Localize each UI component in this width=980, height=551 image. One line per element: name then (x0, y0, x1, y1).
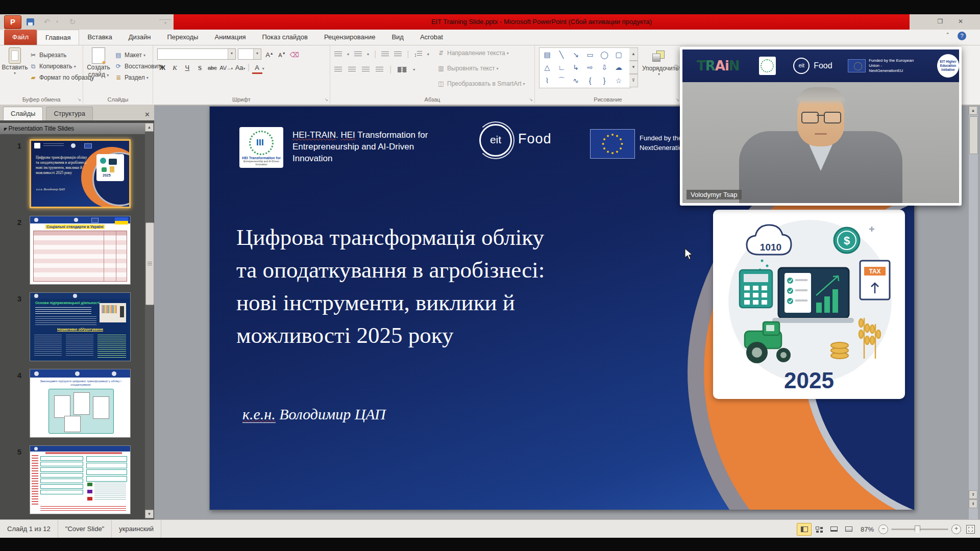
slide-thumbnail-1[interactable]: 2025 Цифрова трансформація обліку та опо… (30, 139, 131, 208)
slideshow-button[interactable] (841, 523, 856, 536)
right-arrow-shape-icon[interactable]: ⇨ (583, 61, 597, 73)
paragraph-dialog-launcher[interactable]: ↘ (529, 97, 533, 102)
clipboard-dialog-launcher[interactable]: ↘ (77, 97, 81, 102)
align-left-icon[interactable] (334, 67, 342, 72)
bullets-icon[interactable] (334, 52, 342, 57)
tab-outline[interactable]: Структура (46, 107, 93, 120)
smartart-button[interactable]: ◫Преобразовать в SmartArt▾ (436, 78, 525, 89)
arc-shape-icon[interactable]: ⌒ (554, 74, 569, 87)
close-window-button[interactable]: ✕ (952, 16, 969, 27)
slide-thumbnail-5[interactable] (30, 445, 131, 514)
help-icon[interactable]: ? (958, 32, 966, 40)
font-size-combo[interactable]: ▾ (238, 48, 261, 60)
tab-home[interactable]: Главная (37, 30, 79, 45)
font-color-button[interactable]: А (252, 64, 262, 74)
change-case-button[interactable]: Aa▾ (235, 63, 246, 73)
bold-button[interactable]: Ж (157, 63, 167, 73)
numbering-icon[interactable] (354, 52, 362, 57)
ribbon-collapse-icon[interactable]: ⌃ (945, 32, 950, 38)
reading-view-button[interactable] (826, 523, 841, 536)
paste-button[interactable]: Вставить▾ (1, 47, 29, 76)
decrease-indent-icon[interactable] (381, 52, 389, 57)
normal-view-button[interactable] (797, 523, 812, 536)
undo-icon[interactable]: ↶ (41, 16, 53, 27)
tab-slideshow[interactable]: Показ слайдов (254, 30, 316, 45)
tab-review[interactable]: Рецензирование (316, 30, 383, 45)
rectangle-shape-icon[interactable]: ▭ (583, 48, 597, 61)
star-shape-icon[interactable]: ☆ (611, 74, 626, 87)
save-icon[interactable] (27, 18, 34, 26)
previous-slide-icon[interactable]: ⇞ (969, 490, 977, 499)
clear-formatting-icon[interactable]: ⌫ (289, 50, 300, 60)
panel-close-icon[interactable]: ✕ (144, 111, 150, 118)
tab-animations[interactable]: Анимация (206, 30, 254, 45)
slide-thumbnail-2[interactable]: Соціальні стандарти в Україні (30, 216, 131, 285)
tab-transitions[interactable]: Переходы (159, 30, 206, 45)
rounded-rect-shape-icon[interactable]: ▢ (611, 48, 626, 61)
text-shadow-button[interactable]: S (194, 63, 205, 73)
align-center-icon[interactable] (348, 67, 356, 72)
zoom-level[interactable]: 87% (856, 525, 878, 533)
cloud-shape-icon[interactable]: ☁ (611, 61, 626, 73)
tab-acrobat[interactable]: Acrobat (412, 30, 451, 45)
character-spacing-button[interactable]: AV↔▾ (219, 63, 233, 73)
shapes-scroll-up[interactable]: ▲ (629, 47, 638, 61)
textbox-shape-icon[interactable]: ▤ (540, 48, 554, 61)
panel-scroll-up-icon[interactable]: ▲ (145, 123, 154, 132)
tab-file[interactable]: Файл (4, 30, 37, 45)
section-header[interactable]: ◤ Presentation Title Slides (0, 123, 146, 134)
shapes-more-button[interactable]: ⊽ (629, 74, 638, 87)
panel-scrollbar[interactable]: ▲ ▼ (145, 123, 154, 518)
strikethrough-button[interactable]: abc (207, 63, 217, 73)
zoom-in-button[interactable]: + (951, 524, 961, 534)
columns-icon[interactable] (398, 67, 407, 72)
tab-view[interactable]: Вид (383, 30, 412, 45)
shapes-scroll-down[interactable]: ▼ (629, 61, 638, 74)
slide-title[interactable]: Цифрова трансформація обліку та оподатку… (236, 221, 624, 352)
scribble-shape-icon[interactable]: ⌇ (540, 74, 554, 87)
elbow-arrow-shape-icon[interactable]: ↳ (569, 61, 583, 73)
panel-scrollbar-thumb[interactable] (145, 222, 154, 305)
panel-scroll-down-icon[interactable]: ▼ (145, 510, 154, 518)
drawing-dialog-launcher[interactable]: ↘ (675, 97, 679, 102)
triangle-shape-icon[interactable]: △ (540, 61, 554, 73)
slide-thumbnail-4[interactable]: Законодавчі підґрунтя цифрової трансформ… (30, 369, 131, 438)
undo-dropdown-icon[interactable]: ▾ (54, 16, 60, 27)
app-icon[interactable]: P (4, 15, 21, 29)
line-shape-icon[interactable]: ╲ (554, 48, 569, 61)
main-scrollbar-thumb[interactable] (969, 116, 978, 154)
tab-design[interactable]: Дизайн (120, 30, 159, 45)
down-arrow-shape-icon[interactable]: ⇩ (597, 61, 611, 73)
align-text-button[interactable]: ▥Выровнять текст▾ (436, 63, 525, 74)
slide-thumbnail-3[interactable]: Основи підприємницької діяльності Нормат… (30, 292, 131, 361)
fit-to-window-button[interactable] (966, 525, 975, 534)
increase-indent-icon[interactable] (394, 52, 402, 57)
restore-window-button[interactable]: ❐ (932, 16, 948, 27)
next-slide-icon[interactable]: ⇟ (969, 499, 977, 508)
right-brace-shape-icon[interactable]: } (597, 74, 611, 87)
grow-font-button[interactable]: А▲ (264, 48, 275, 59)
shapes-gallery[interactable]: ▤ ╲ ↘ ▭ ◯ ▢ △ ∟ ↳ ⇨ ⇩ ☁ ⌇ ⌒ ∿ { } (539, 47, 631, 88)
shrink-font-button[interactable]: А▼ (277, 48, 287, 59)
arrange-button[interactable]: Упорядочить ▾ (642, 49, 676, 77)
text-direction-button[interactable]: ⇵Направление текста▾ (436, 47, 525, 59)
italic-button[interactable]: К (169, 63, 180, 73)
zoom-slider[interactable] (891, 529, 948, 530)
oval-shape-icon[interactable]: ◯ (597, 48, 611, 61)
webcam-overlay[interactable]: TRAiN eit Food Funded by the European Un… (680, 47, 962, 206)
elbow-shape-icon[interactable]: ∟ (554, 61, 569, 73)
language-status[interactable]: украинский (112, 520, 161, 538)
tab-insert[interactable]: Вставка (79, 30, 120, 45)
qat-customize-icon[interactable]: ▾ (159, 19, 172, 25)
main-scrollbar[interactable]: ▲ ⇞ ⇟ (969, 106, 978, 519)
justify-icon[interactable] (376, 67, 383, 72)
slide-author[interactable]: к.е.н. Володимир ЦАП (242, 406, 386, 423)
arrow-shape-icon[interactable]: ↘ (569, 48, 583, 61)
font-dialog-launcher[interactable]: ↘ (324, 97, 328, 102)
slide-sorter-button[interactable] (812, 523, 826, 536)
underline-button[interactable]: Ч (182, 63, 192, 73)
zoom-out-button[interactable]: − (878, 524, 888, 534)
left-brace-shape-icon[interactable]: { (583, 74, 597, 87)
line-spacing-icon[interactable]: ↕ (414, 51, 422, 58)
font-name-combo[interactable]: ▾ (157, 48, 236, 60)
